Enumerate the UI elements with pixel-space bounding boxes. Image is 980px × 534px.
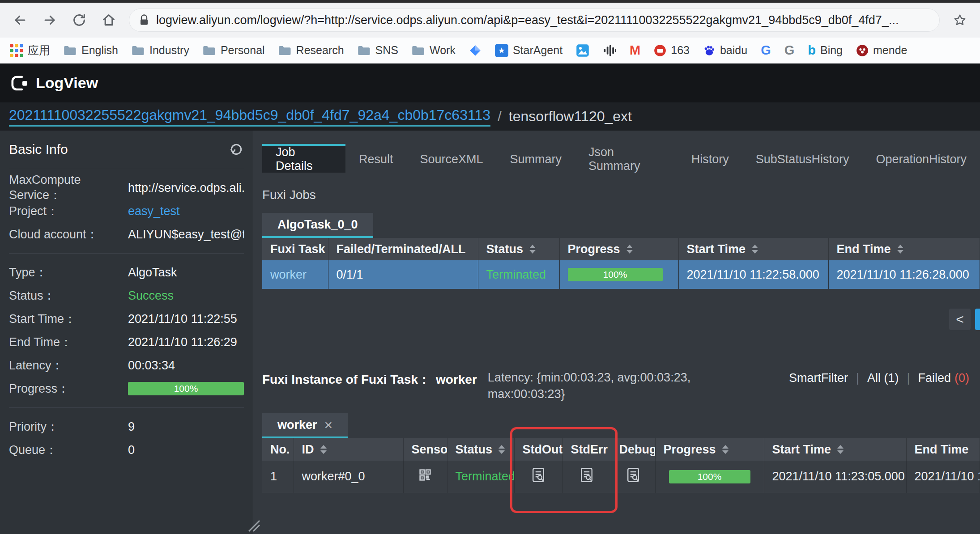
apps-grid-button[interactable]: 应用 [10,43,50,58]
sort-icon[interactable] [499,445,505,454]
bookmark-diamond[interactable] [469,44,481,57]
bookmark-label: mende [873,44,907,57]
stdout-log-icon[interactable] [531,467,546,483]
tab-history[interactable]: History [678,144,742,173]
filter-separator: | [907,371,910,385]
progress-value: 100% [174,383,198,394]
sensor-icon[interactable] [418,468,432,482]
bookmark-baidu[interactable]: baidu [703,44,747,57]
sort-icon[interactable] [722,445,729,454]
col-id[interactable]: ID [294,438,403,461]
sort-icon[interactable] [752,245,758,254]
bookmark-label: Research [296,44,344,57]
header-label: Progress [664,443,716,457]
tab-job-details[interactable]: Job Details [262,144,345,173]
col-sensor: Sensor [403,438,447,461]
apps-label: 应用 [28,43,50,58]
bookmark-audio[interactable] [603,44,616,57]
start-time-value: 2021/11/10 11:22:55 [128,312,237,326]
info-row-type: Type： AlgoTask [9,261,244,284]
col-status[interactable]: Status [447,438,514,461]
bookmark-photos[interactable] [576,44,589,57]
smart-filter-button[interactable]: SmartFilter [789,371,848,385]
back-button[interactable] [11,11,30,30]
bookmark-folder-work[interactable]: Work [412,44,456,57]
col-progress[interactable]: Progress [559,238,678,260]
col-progress[interactable]: Progress [655,438,764,461]
sort-icon[interactable] [897,245,903,254]
info-row-end-time: End Time： 2021/11/10 11:26:29 [9,331,244,354]
bookmark-folder-research[interactable]: Research [278,44,344,57]
filter-failed-button[interactable]: Failed(0) [918,371,969,385]
pagination-page-button[interactable] [975,309,980,330]
bookmark-gmail[interactable]: M [630,43,640,58]
info-row-project: Project： easy_test [9,199,244,223]
tab-substatushistory[interactable]: SubStatusHistory [742,144,863,173]
sort-icon[interactable] [837,445,844,454]
worker-task-link[interactable]: worker [270,268,307,281]
tab-sourcexml[interactable]: SourceXML [406,144,496,173]
header-label: End Time [837,242,891,256]
info-row-latency: Latency： 00:03:34 [9,354,244,377]
col-status[interactable]: Status [478,238,559,260]
tab-operationhistory[interactable]: OperationHistory [862,144,980,173]
header-label: Debug [619,443,656,457]
reload-button[interactable] [70,11,89,30]
bookmark-folder-industry[interactable]: Industry [132,44,189,57]
tab-algotask-0-0[interactable]: AlgoTask_0_0 [262,213,373,238]
pagination-prev-button[interactable]: < [949,309,971,330]
home-button[interactable] [99,11,118,30]
tab-result[interactable]: Result [345,144,407,173]
bookmark-bing[interactable]: b Bing [808,43,843,58]
fuxi-instance-task: worker [436,373,477,386]
cell-start-time: 2021/11/10 11:23:05.000 [764,461,906,493]
bookmark-folder-sns[interactable]: SNS [358,44,398,57]
bookmark-g[interactable]: G [784,43,795,58]
info-label: Cloud account： [9,226,128,242]
project-link[interactable]: easy_test [128,204,180,218]
stderr-log-icon[interactable] [579,467,594,483]
bookmark-163[interactable]: 163 [654,44,690,57]
audio-wave-icon [603,44,616,57]
tab-worker-instance[interactable]: worker × [262,413,348,438]
address-bar[interactable]: logview.aliyun.com/logview/?h=http://ser… [129,8,940,32]
tab-summary[interactable]: Summary [497,144,575,173]
bookmark-google[interactable]: G [761,43,771,58]
col-no: No. [262,438,294,461]
sort-icon[interactable] [529,245,536,254]
cell-fuxi-task: worker [262,260,328,289]
debug-log-icon[interactable] [626,467,641,483]
folder-icon [64,45,77,56]
col-start-time[interactable]: Start Time [678,238,828,260]
col-fuxi-task: Fuxi Task [262,238,328,260]
col-stderr: StdErr [562,438,611,461]
sort-icon[interactable] [320,445,327,454]
filter-all-button[interactable]: All (1) [867,371,899,385]
main-content: Job Details Result SourceXML Summary Jso… [253,131,980,534]
col-start-time[interactable]: Start Time [764,438,906,461]
cell-status: Terminated [447,461,514,493]
fuxi-job-row-selected[interactable]: worker 0/1/1 Terminated 100% 2021/11/10 … [262,260,980,289]
breadcrumb-task-name: tensorflow1120_ext [509,108,632,125]
bookmark-folder-english[interactable]: English [64,44,118,57]
sort-icon[interactable] [626,245,633,254]
refresh-icon[interactable] [229,142,244,157]
col-stdout: StdOut [514,438,562,461]
bookmark-staragent[interactable]: ★ StarAgent [495,44,562,57]
tab-json-summary[interactable]: Json Summary [575,144,678,173]
cell-debug [611,461,655,493]
close-icon[interactable]: × [324,418,333,432]
cell-progress: 100% [655,461,764,493]
bookmark-star-button[interactable] [950,11,969,30]
breadcrumb-job-id-link[interactable]: 20211110032255522gakgmv21_94bbd5c9_db0f_… [9,107,490,127]
url-text[interactable]: logview.aliyun.com/logview/?h=http://ser… [156,13,899,27]
worker-tab-label: worker [277,418,317,432]
info-row-priority: Priority： 9 [9,415,244,438]
forward-button[interactable] [40,11,59,30]
col-end-time[interactable]: End Time [828,238,980,260]
bookmark-folder-personal[interactable]: Personal [203,44,265,57]
resize-grip[interactable] [247,519,260,532]
cell-id: worker#0_0 [294,461,403,493]
progress-bar: 100% [128,382,244,395]
bookmark-mendeley[interactable]: mende [856,44,907,57]
